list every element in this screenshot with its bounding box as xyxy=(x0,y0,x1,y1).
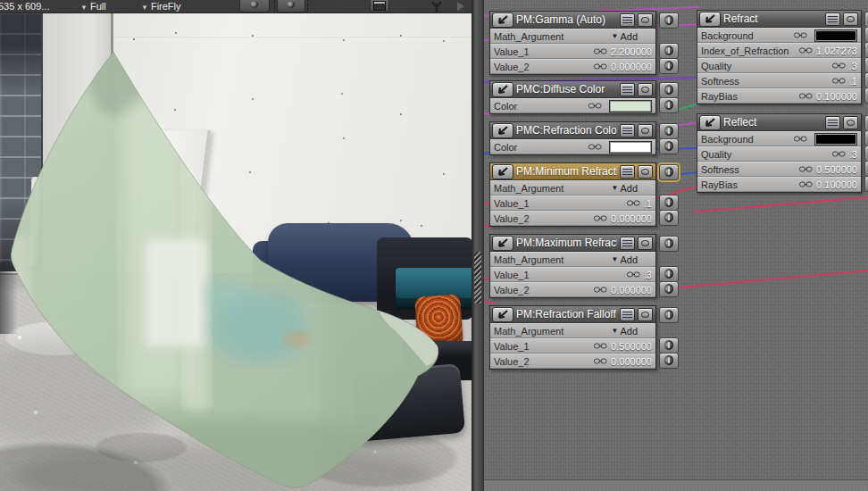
pan-hand-icon[interactable] xyxy=(429,1,445,12)
param-value-field[interactable]: .3 xyxy=(831,61,857,71)
node-collapse-button[interactable] xyxy=(638,237,653,250)
node-collapse-button[interactable] xyxy=(638,308,653,321)
link-icon[interactable] xyxy=(593,286,608,294)
node-output-connector[interactable] xyxy=(659,82,679,98)
node-header[interactable]: PM:Maximum Refraction xyxy=(490,235,655,252)
node-output-connector[interactable] xyxy=(659,123,679,139)
node-menu-button[interactable] xyxy=(620,308,635,321)
link-icon[interactable] xyxy=(831,77,847,85)
node-menu-button[interactable] xyxy=(620,165,635,179)
color-swatch[interactable] xyxy=(814,29,857,42)
link-icon[interactable] xyxy=(588,102,603,110)
node-menu-button[interactable] xyxy=(620,13,635,27)
link-icon[interactable] xyxy=(798,92,814,100)
param-value-field[interactable]: 0.500000 xyxy=(593,341,652,352)
link-icon[interactable] xyxy=(593,47,608,55)
node-menu-button[interactable] xyxy=(825,12,840,26)
node-output-connector[interactable] xyxy=(659,164,679,180)
node-preview-button[interactable] xyxy=(492,164,513,179)
math-argument-dropdown[interactable]: ▼Add xyxy=(612,326,638,337)
node-menu-button[interactable] xyxy=(825,116,840,129)
param-value-field[interactable]: 0.000000 xyxy=(593,213,652,224)
param-value-field[interactable]: 1.027273 xyxy=(798,46,857,56)
link-icon[interactable] xyxy=(593,62,608,71)
param-dial[interactable] xyxy=(864,87,868,104)
node-menu-button[interactable] xyxy=(620,83,635,96)
param-dial[interactable] xyxy=(864,146,868,162)
param-value-field[interactable] xyxy=(793,29,857,42)
node-preview-button[interactable] xyxy=(492,12,513,28)
link-icon[interactable] xyxy=(793,31,808,39)
node-pm-gamma[interactable]: PM:Gamma (Auto) Math_Argument ▼Add Value… xyxy=(489,11,656,75)
viewport-panel-splitter[interactable] xyxy=(472,0,484,491)
link-icon[interactable] xyxy=(626,199,641,207)
param-value-field[interactable] xyxy=(588,100,652,112)
node-reflect[interactable]: Reflect Background Quality .3 Softness 0… xyxy=(697,113,862,193)
display-mode-dropdown[interactable]: ▼Full xyxy=(80,0,106,13)
node-collapse-button[interactable] xyxy=(843,12,858,26)
param-dial[interactable] xyxy=(864,42,868,58)
node-header[interactable]: PMC:Refraction Color xyxy=(490,122,655,139)
link-icon[interactable] xyxy=(831,150,847,158)
node-refract[interactable]: Refract Background Index_of_Refraction 1… xyxy=(697,10,862,104)
node-menu-button[interactable] xyxy=(620,124,635,137)
node-header[interactable]: PM:Refraction Falloff xyxy=(490,306,655,323)
node-collapse-button[interactable] xyxy=(638,83,653,96)
color-swatch[interactable] xyxy=(814,133,857,146)
color-swatch[interactable] xyxy=(609,141,652,154)
node-header[interactable]: PM:Minimum Refraction xyxy=(490,163,655,180)
node-preview-button[interactable] xyxy=(699,115,721,130)
link-icon[interactable] xyxy=(798,180,814,188)
param-value-field[interactable]: 0.500000 xyxy=(798,164,857,175)
param-dial[interactable] xyxy=(864,161,868,177)
link-icon[interactable] xyxy=(798,165,814,173)
param-dial[interactable] xyxy=(659,43,679,59)
param-dial[interactable] xyxy=(659,281,679,297)
node-output-connector[interactable] xyxy=(864,12,868,28)
node-header[interactable]: Reflect xyxy=(697,114,861,131)
param-dial[interactable] xyxy=(659,138,679,154)
param-dial[interactable] xyxy=(864,27,868,43)
param-dial[interactable] xyxy=(659,266,679,282)
param-value-field[interactable]: 0.000000 xyxy=(593,285,652,295)
param-value-field[interactable] xyxy=(588,141,652,154)
node-pm-minimum-refraction[interactable]: PM:Minimum Refraction Math_Argument ▼Add… xyxy=(489,162,656,227)
param-value-field[interactable]: 0.000000 xyxy=(593,62,652,72)
node-header[interactable]: Refract xyxy=(697,11,861,28)
node-pmc-refraction-color[interactable]: PMC:Refraction Color Color xyxy=(489,121,656,155)
param-dial[interactable] xyxy=(659,195,679,211)
link-icon[interactable] xyxy=(831,62,847,70)
renderer-dropdown[interactable]: ▼FireFly xyxy=(141,0,181,13)
param-value-field[interactable]: .1 xyxy=(626,198,652,209)
node-collapse-button[interactable] xyxy=(638,124,653,137)
node-collapse-button[interactable] xyxy=(638,165,653,179)
node-output-connector[interactable] xyxy=(659,236,679,252)
node-collapse-button[interactable] xyxy=(843,116,858,129)
node-preview-button[interactable] xyxy=(492,123,513,138)
texture-view-button[interactable] xyxy=(370,0,389,12)
link-icon[interactable] xyxy=(593,357,608,365)
node-pmc-diffuse-color[interactable]: PMC:Diffuse Color Color xyxy=(489,80,656,114)
area-render-button[interactable] xyxy=(277,0,305,12)
param-dial[interactable] xyxy=(659,58,679,74)
math-argument-dropdown[interactable]: ▼Add xyxy=(612,254,638,265)
param-dial[interactable] xyxy=(864,57,868,73)
param-value-field[interactable]: 0.100000 xyxy=(798,91,857,102)
math-argument-dropdown[interactable]: ▼Add xyxy=(612,183,638,194)
math-argument-dropdown[interactable]: ▼Add xyxy=(612,31,638,42)
node-preview-button[interactable] xyxy=(492,236,513,251)
node-pm-maximum-refraction[interactable]: PM:Maximum Refraction Math_Argument ▼Add… xyxy=(489,234,656,298)
param-dial[interactable] xyxy=(864,130,868,146)
splitter-grip[interactable] xyxy=(474,252,481,304)
node-preview-button[interactable] xyxy=(699,12,721,27)
param-value-field[interactable]: 0.000000 xyxy=(593,356,652,367)
link-icon[interactable] xyxy=(626,270,641,279)
node-collapse-button[interactable] xyxy=(638,13,653,27)
node-output-connector[interactable] xyxy=(659,307,679,323)
param-value-field[interactable] xyxy=(793,133,857,146)
node-output-connector[interactable] xyxy=(659,12,679,29)
render-button[interactable] xyxy=(239,0,270,12)
param-value-field[interactable]: 0.100000 xyxy=(798,179,857,190)
param-dial[interactable] xyxy=(659,353,679,369)
node-preview-button[interactable] xyxy=(492,307,513,322)
